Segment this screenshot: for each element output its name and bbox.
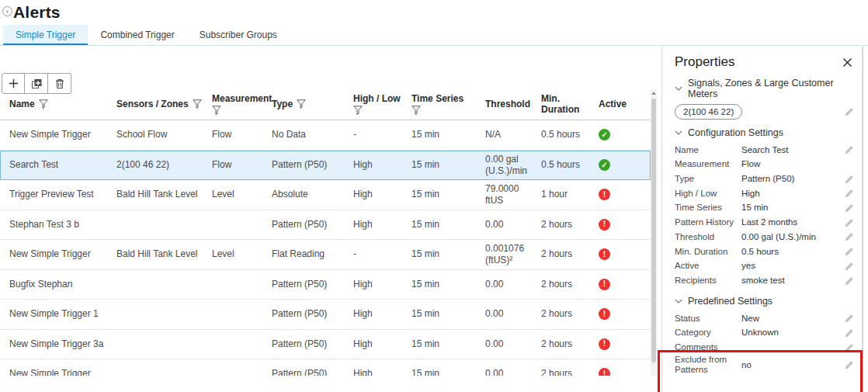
filter-icon[interactable] [39, 99, 48, 109]
property-row: Comments [675, 340, 854, 355]
property-value: Unknown [741, 328, 843, 338]
signals-section-header[interactable]: Signals, Zones & Large Customer Meters [675, 78, 854, 99]
property-row: Time Series 15 min [675, 201, 854, 216]
property-value: New [741, 314, 843, 324]
edit-pencil-icon[interactable] [845, 145, 854, 154]
cell-threshold: N/A [485, 129, 541, 140]
cell-type: Absolute [272, 189, 353, 200]
table-row[interactable]: Trigger Preview Test Bald Hill Tank Leve… [0, 180, 651, 210]
signals-section-label: Signals, Zones & Large Customer Meters [688, 78, 854, 99]
cell-name: Bugfix Stephan [9, 279, 116, 290]
table-row[interactable]: New Simple Trigger School Flow Flow No D… [0, 120, 651, 151]
property-value: Last 2 months [741, 217, 843, 227]
cell-name: Stephan Test 3 b [9, 219, 116, 231]
property-value: yes [741, 261, 843, 271]
cell-name: New Simple Trigger 3a [9, 338, 116, 350]
cell-type: Pattern (P50) [272, 368, 353, 376]
property-label: Name [675, 145, 741, 155]
cell-threshold: 0.00 [485, 308, 541, 320]
filter-icon[interactable] [411, 106, 421, 115]
property-label: Status [675, 314, 741, 324]
cell-type: Pattern (P50) [272, 338, 353, 350]
cell-threshold: 0.00 [485, 219, 541, 231]
cell-type: Pattern (P50) [272, 279, 353, 290]
cell-name: New Simple Trigger 1 [9, 308, 116, 320]
table-scrollbar[interactable] [651, 89, 657, 376]
edit-pencil-icon[interactable] [845, 218, 854, 227]
column-header-label: Threshold [485, 99, 530, 109]
cell-high-low: High [353, 279, 411, 290]
filter-icon[interactable] [297, 99, 306, 109]
cell-min-duration: 2 hours [541, 279, 599, 290]
column-header: Active [599, 99, 641, 109]
table-row[interactable]: Bugfix Stephan Pattern (P50) High 15 min… [0, 270, 651, 300]
edit-pencil-icon[interactable] [845, 276, 854, 286]
edit-pencil-icon[interactable] [845, 328, 854, 338]
page-header: ‹ Alerts Simple TriggerCombined TriggerS… [0, 0, 868, 47]
cell-min-duration: 2 hours [541, 368, 599, 376]
column-header: Type [272, 99, 353, 109]
tab[interactable]: Simple Trigger [3, 25, 88, 45]
edit-pencil-icon[interactable] [845, 232, 854, 241]
cell-high-low: High [353, 308, 411, 320]
column-header-label: Active [599, 99, 627, 109]
cell-min-duration: 2 hours [541, 338, 599, 350]
back-icon[interactable]: ‹ [2, 6, 12, 16]
page-right-divider [862, 47, 863, 392]
cell-time-series: 15 min [411, 248, 485, 260]
column-header: High / Low [353, 93, 411, 115]
table-body: New Simple Trigger School Flow Flow No D… [0, 120, 651, 376]
edit-pencil-icon[interactable] [845, 175, 854, 184]
cell-type: Flat Reading [272, 248, 353, 260]
filter-icon[interactable] [212, 106, 221, 115]
cell-high-low: High [353, 159, 411, 171]
tab[interactable]: Combined Trigger [88, 25, 186, 45]
scroll-up-icon[interactable] [651, 92, 656, 95]
cell-threshold: 79.0000 ftUS [485, 183, 541, 206]
filter-icon[interactable] [353, 106, 363, 115]
close-icon[interactable] [841, 56, 854, 69]
cell-measurement: Level [212, 189, 272, 200]
property-row: Measurement Flow [675, 158, 854, 172]
filter-icon[interactable] [193, 99, 202, 109]
cell-threshold: 0.00 [485, 338, 541, 350]
active-status-icon: ! [599, 219, 610, 231]
table-row[interactable]: New Simple Trigger Bald Hill Tank Level … [0, 240, 651, 270]
property-row: Active yes [675, 259, 854, 274]
table-row[interactable]: Search Test 2(100 46 22) Flow Pattern (P… [0, 151, 651, 181]
property-row: Exclude from Patterns no [675, 355, 854, 375]
chevron-down-icon [675, 86, 682, 92]
cell-threshold: 0.00 [485, 368, 541, 376]
edit-pencil-icon[interactable] [845, 343, 854, 352]
table-row[interactable]: New Simple Trigger 1 Pattern (P50) High … [0, 300, 651, 330]
table-row[interactable]: New Simple Trigger 3a Pattern (P50) High… [0, 330, 651, 360]
tab-label: Simple Trigger [16, 29, 75, 40]
predefined-settings-list: Status New Category Unknown Comments Exc… [675, 311, 854, 376]
edit-pencil-icon[interactable] [845, 247, 854, 256]
signal-chip: 2(100 46 22) [675, 104, 742, 120]
property-row: Pattern History Last 2 months [675, 215, 854, 230]
configuration-settings-list: Name Search Test Measurement Flow Type P… [675, 143, 854, 288]
edit-pencil-icon[interactable] [845, 262, 854, 271]
property-label: Pattern History [675, 217, 741, 227]
edit-pencil-icon[interactable] [845, 314, 854, 323]
tab-label: Subscriber Groups [200, 29, 277, 40]
edit-pencil-icon[interactable] [845, 360, 854, 369]
property-row: Category Unknown [675, 326, 854, 341]
table-row[interactable]: Stephan Test 3 b Pattern (P50) High 15 m… [0, 210, 651, 241]
active-status-icon: ! [599, 308, 610, 320]
predefined-section-header[interactable]: Predefined Settings [675, 296, 854, 307]
edit-pencil-icon[interactable] [845, 203, 854, 213]
table-row[interactable]: New Simple Trigger Pattern (P50) High 15… [0, 359, 651, 376]
cell-min-duration: 2 hours [541, 219, 599, 231]
signals-chip-row: 2(100 46 22) [675, 104, 854, 120]
tab[interactable]: Subscriber Groups [187, 25, 290, 45]
scrollbar-thumb[interactable] [651, 99, 656, 363]
edit-pencil-icon[interactable] [845, 189, 854, 198]
property-label: Type [675, 174, 741, 184]
tab-bar: Simple TriggerCombined TriggerSubscriber… [0, 25, 868, 46]
configuration-section-header[interactable]: Configuration Settings [675, 127, 854, 138]
edit-pencil-icon[interactable] [845, 107, 854, 116]
table-header-row: Name Sensors / Zones Measurement Type Hi… [0, 88, 651, 120]
properties-panel: Properties Signals, Zones & Large Custom… [661, 47, 862, 392]
